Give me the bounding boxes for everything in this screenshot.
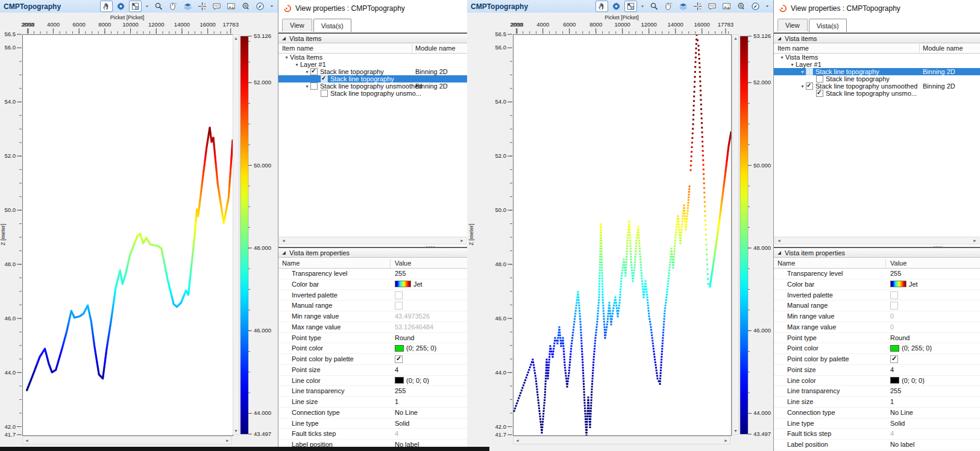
property-row[interactable]: Fault ticks step4 [774,429,980,440]
property-row[interactable]: Connection typeNo Line [774,408,980,418]
tree-row[interactable]: ▾Layer #1 [278,61,467,68]
property-row[interactable]: Point color by palette [278,354,467,365]
visibility-checkbox[interactable] [816,90,823,97]
tree-row[interactable]: Stack line topography [774,75,980,82]
tab-vistas[interactable]: Vista(s) [313,19,351,32]
visibility-checkbox[interactable] [310,68,318,75]
vertical-scrollbar[interactable]: ▲▼ [233,34,239,435]
compass-button[interactable] [254,1,266,12]
expander-icon[interactable]: ▾ [799,69,806,75]
fit-dropdown-icon[interactable] [143,1,151,12]
expander-icon[interactable]: ▾ [789,62,796,67]
property-row[interactable]: Line typeSolid [774,418,980,429]
property-row[interactable]: Manual range [278,300,467,311]
tab-view[interactable]: View [777,19,808,31]
property-checkbox[interactable] [890,302,898,309]
property-row[interactable]: Line size1 [774,397,980,408]
expander-icon[interactable]: ▾ [294,62,300,67]
crosshair-button[interactable] [196,1,209,12]
zoom-button[interactable] [152,1,165,12]
property-row[interactable]: Line typeSolid [278,418,467,429]
scroll-left-icon[interactable]: ◄ [514,437,521,444]
comment-button[interactable] [706,1,718,12]
tree-row[interactable]: ▾Vista Items [774,54,980,61]
settings-button[interactable] [115,1,127,12]
visibility-checkbox[interactable] [321,75,328,82]
plot-area[interactable] [513,34,732,436]
scroll-up-icon[interactable]: ▲ [732,35,739,42]
property-row[interactable]: Point color by palette [774,354,980,365]
vertical-scrollbar[interactable]: ▲▼ [732,34,739,435]
property-row[interactable]: Line size1 [278,397,467,408]
tree-horizontal-scrollbar[interactable]: ◄► [774,237,979,244]
property-row[interactable]: Fault ticks step4 [278,429,467,440]
overflow-icon[interactable] [764,1,771,12]
vista-items-header[interactable]: Vista items [774,33,980,43]
color-swatch[interactable] [890,345,899,352]
property-checkbox[interactable] [395,291,403,299]
expander-icon[interactable]: ▾ [779,55,785,60]
scroll-right-icon[interactable]: ► [723,437,729,444]
property-row[interactable]: Point typeRound [774,333,980,344]
settings-button[interactable] [610,1,623,12]
crosshair-button[interactable] [691,1,704,12]
property-row[interactable]: Inverted palette [278,290,467,301]
overflow-icon[interactable] [268,1,275,12]
tree-horizontal-scrollbar[interactable]: ◄► [279,237,466,244]
tree-row[interactable]: Stack line topography unsmo... [774,90,980,97]
property-row[interactable]: Color barJet [278,279,467,290]
scroll-right-icon[interactable]: ► [224,437,231,444]
expander-icon[interactable]: ▾ [304,84,310,89]
comment-button[interactable] [210,1,223,12]
tree-row[interactable]: Stack line topography [278,75,467,82]
expander-icon[interactable]: ▾ [304,69,310,75]
vista-items-header[interactable]: Vista items [278,33,467,43]
property-checkbox[interactable] [395,355,403,363]
zoom-button[interactable] [648,1,661,12]
scroll-down-icon[interactable]: ▼ [233,428,239,434]
property-checkbox[interactable] [395,302,403,309]
layers-button[interactable] [181,1,194,12]
color-swatch[interactable] [395,377,404,384]
visibility-checkbox[interactable] [806,82,813,90]
property-row[interactable]: Manual range [774,300,980,311]
property-row[interactable]: Point color(0; 255; 0) [774,343,980,354]
horizontal-scrollbar[interactable]: ◄► [513,436,730,444]
plot-area[interactable] [22,34,233,436]
pan-button[interactable] [595,1,608,12]
property-checkbox[interactable] [890,291,898,299]
color-swatch[interactable] [395,345,404,352]
visibility-checkbox[interactable] [321,90,328,97]
export-image-button[interactable] [225,1,237,12]
scroll-left-icon[interactable]: ◄ [280,237,287,244]
scroll-up-icon[interactable]: ▲ [233,35,239,42]
property-row[interactable]: Line transparency255 [774,386,980,397]
fit-button[interactable] [624,1,637,12]
property-row[interactable]: Min range value43.4973526 [278,311,467,322]
property-row[interactable]: Transparency level255 [774,269,980,279]
property-row[interactable]: Point size4 [278,365,467,376]
property-row[interactable]: Max range value53.12646484 [278,322,467,333]
scroll-right-icon[interactable]: ► [972,237,978,244]
property-row[interactable]: Connection typeNo Line [278,408,467,418]
scroll-right-icon[interactable]: ► [459,237,465,244]
property-row[interactable]: Point size4 [774,365,980,376]
tree-row[interactable]: ▾Layer #1 [774,61,980,68]
pan-button[interactable] [100,1,113,12]
fit-button[interactable] [129,1,142,12]
vista-item-properties-header[interactable]: Vista item properties [278,247,467,258]
property-row[interactable]: Label positionNo label [774,440,980,450]
expander-icon[interactable]: ▾ [799,84,806,89]
zoom-ratio-button[interactable] [735,1,747,12]
compass-button[interactable] [749,1,762,12]
tree-row[interactable]: Stack line topography unsmo... [278,90,467,97]
visibility-checkbox[interactable] [816,75,823,82]
scroll-left-icon[interactable]: ◄ [24,437,30,444]
scroll-left-icon[interactable]: ◄ [776,237,782,244]
property-row[interactable]: Line color(0; 0; 0) [278,376,467,387]
property-row[interactable]: Point typeRound [278,333,467,344]
property-row[interactable]: Color barJet [774,279,980,290]
tab-view[interactable]: View [282,19,312,31]
property-row[interactable]: Inverted palette [774,290,980,301]
property-checkbox[interactable] [890,355,898,363]
